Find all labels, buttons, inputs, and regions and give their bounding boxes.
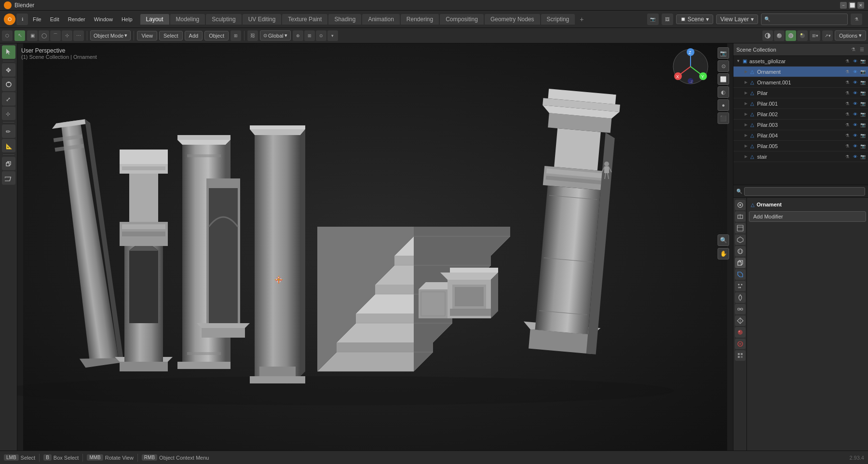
overlay-dropdown-btn[interactable]: ⊞▾ xyxy=(810,30,820,41)
outliner-row-stair[interactable]: ▶ △ stair ⚗ 👁 📷 xyxy=(733,151,868,162)
pilar001-eye-icon[interactable]: 👁 xyxy=(852,100,858,107)
outliner-search-input[interactable] xyxy=(744,187,865,196)
stair-filter-icon[interactable]: ⚗ xyxy=(844,153,851,160)
pilar003-filter-icon[interactable]: ⚗ xyxy=(844,122,851,128)
tab-rendering[interactable]: Rendering xyxy=(401,14,439,25)
assets-arrow[interactable]: ▼ xyxy=(735,58,741,64)
box-select-icon[interactable]: ▣ xyxy=(27,30,38,41)
render-menu[interactable]: Render xyxy=(64,15,89,24)
prop-custom-props-icon[interactable] xyxy=(735,350,746,361)
assets-eye-icon[interactable]: 👁 xyxy=(852,58,858,65)
ornament001-render-icon[interactable]: 📷 xyxy=(859,79,866,86)
select-cursor-tool[interactable] xyxy=(2,45,15,59)
outliner-row-ornament[interactable]: ▶ △ Ornament ⚗ 👁 📷 xyxy=(733,67,868,77)
rotate-tool[interactable] xyxy=(2,78,15,91)
pilar001-filter-icon[interactable]: ⚗ xyxy=(844,100,851,107)
prop-render-icon[interactable] xyxy=(735,200,746,210)
outliner-filter-icon[interactable]: ⚗ xyxy=(850,46,856,53)
file-menu[interactable]: File xyxy=(29,15,45,24)
assets-render-icon[interactable]: 📷 xyxy=(859,58,866,65)
ornament-render-icon[interactable]: 📷 xyxy=(859,68,866,75)
move-tool[interactable]: ✥ xyxy=(2,63,15,77)
tab-add-button[interactable]: + xyxy=(576,14,587,25)
filter-icon-btn[interactable]: ⚗ xyxy=(851,14,862,25)
ornament-filter-icon[interactable]: ⚗ xyxy=(844,68,851,75)
xray-btn[interactable]: ⬜ xyxy=(718,73,729,85)
zoom-magnify-btn[interactable]: 🔍 xyxy=(718,234,729,246)
prop-shaderfx-icon[interactable] xyxy=(735,339,746,349)
prop-data-icon[interactable] xyxy=(735,315,746,326)
viewport-camera-btn[interactable]: 📷 xyxy=(718,47,729,59)
tweak-icon[interactable]: ⊹ xyxy=(62,30,72,41)
transform-tool[interactable]: ⊹ xyxy=(2,107,15,120)
search-icon-btn[interactable]: 🔍 xyxy=(761,14,848,25)
outliner-row-pilar005[interactable]: ▶ △ Pilar.005 ⚗ 👁 📷 xyxy=(733,141,868,151)
pilar002-render-icon[interactable]: 📷 xyxy=(859,111,866,118)
outliner-row-pilar001[interactable]: ▶ △ Pilar.001 ⚗ 👁 📷 xyxy=(733,98,868,109)
object-menu-btn[interactable]: Object xyxy=(204,31,229,41)
outliner-row-assets[interactable]: ▼ ▣ assets_gilolizar ⚗ 👁 📷 xyxy=(733,56,868,67)
viewport[interactable]: User Perspective (1) Scene Collection | … xyxy=(17,43,733,450)
pilar005-render-icon[interactable]: 📷 xyxy=(859,143,866,150)
pilar-eye-icon[interactable]: 👁 xyxy=(852,90,858,96)
view-shading-btn-3[interactable]: ⬛ xyxy=(718,112,729,124)
render-icon-btn[interactable]: 📷 xyxy=(647,14,659,25)
view-layer-selector[interactable]: View Layer ▾ xyxy=(716,14,758,24)
tab-scripting[interactable]: Scripting xyxy=(541,14,575,25)
outliner-options-icon[interactable]: ☰ xyxy=(858,46,865,53)
viewport-shading-btn[interactable] xyxy=(762,30,773,41)
pilar005-eye-icon[interactable]: 👁 xyxy=(852,143,858,150)
pilar004-filter-icon[interactable]: ⚗ xyxy=(844,132,851,139)
assets-filter-icon[interactable]: ⚗ xyxy=(844,58,851,65)
snap-icon[interactable]: ⊕ xyxy=(293,30,303,41)
tab-animation[interactable]: Animation xyxy=(362,14,399,25)
scene-selector[interactable]: 🔲 Scene ▾ xyxy=(676,14,713,24)
pilar004-render-icon[interactable]: 📷 xyxy=(859,132,866,139)
ornament-eye-icon[interactable]: 👁 xyxy=(852,68,858,75)
info-menu-button[interactable]: ℹ xyxy=(16,14,28,25)
ornament001-filter-icon[interactable]: ⚗ xyxy=(844,79,851,86)
prop-view-icon[interactable] xyxy=(735,223,746,233)
global-dropdown[interactable]: ⊙ Global ▾ xyxy=(260,30,291,41)
prop-physics-icon[interactable] xyxy=(735,292,746,303)
outliner-row-pilar003[interactable]: ▶ △ Pilar.003 ⚗ 👁 📷 xyxy=(733,120,868,130)
circle-select-icon[interactable]: ◯ xyxy=(39,30,49,41)
proportional-edit-icon[interactable]: ⊙ xyxy=(316,30,326,41)
tab-texture-paint[interactable]: Texture Paint xyxy=(282,14,327,25)
gizmo-dropdown-btn[interactable]: ↗▾ xyxy=(822,30,833,41)
pilar004-eye-icon[interactable]: 👁 xyxy=(852,132,858,139)
tab-uv-editing[interactable]: UV Editing xyxy=(243,14,282,25)
tab-modeling[interactable]: Modeling xyxy=(170,14,205,25)
view-shading-btn-1[interactable]: ◐ xyxy=(718,86,729,98)
window-controls[interactable]: − ⬜ ✕ xyxy=(840,2,864,9)
transform-icon[interactable]: ⛓ xyxy=(247,30,258,41)
viewport-canvas[interactable] xyxy=(17,43,733,450)
pilar002-filter-icon[interactable]: ⚗ xyxy=(844,111,851,118)
minimize-button[interactable]: − xyxy=(840,2,847,9)
blender-menu-button[interactable]: ⬡ xyxy=(4,14,15,25)
edit-menu[interactable]: Edit xyxy=(46,15,63,24)
pilar005-filter-icon[interactable]: ⚗ xyxy=(844,143,851,150)
close-button[interactable]: ✕ xyxy=(857,2,864,9)
window-menu[interactable]: Window xyxy=(90,15,117,24)
plane-tool[interactable] xyxy=(2,171,15,185)
help-menu[interactable]: Help xyxy=(118,15,136,24)
add-cube-tool[interactable] xyxy=(2,157,15,170)
nav-gizmo[interactable]: Z X Y -Z xyxy=(671,47,710,86)
pilar001-render-icon[interactable]: 📷 xyxy=(859,100,866,107)
view-menu-btn[interactable]: View xyxy=(137,31,157,41)
prop-material-icon[interactable] xyxy=(735,327,746,338)
pilar-render-icon[interactable]: 📷 xyxy=(859,90,866,96)
stair-render-icon[interactable]: 📷 xyxy=(859,153,866,160)
tab-shading[interactable]: Shading xyxy=(328,14,361,25)
select-menu-btn[interactable]: Select xyxy=(159,31,183,41)
prop-scene-icon[interactable] xyxy=(735,234,746,245)
outliner-row-pilar002[interactable]: ▶ △ Pilar.002 ⚗ 👁 📷 xyxy=(733,109,868,120)
prop-modifier-icon[interactable] xyxy=(735,269,746,280)
editor-type-btn[interactable]: ⬡ xyxy=(2,30,13,41)
maximize-button[interactable]: ⬜ xyxy=(849,2,855,9)
scale-tool[interactable]: ⤢ xyxy=(2,92,15,106)
pilar-filter-icon[interactable]: ⚗ xyxy=(844,90,851,96)
object-mode-dropdown[interactable]: Object Mode ▾ xyxy=(90,30,131,41)
prop-world-icon[interactable] xyxy=(735,246,746,257)
